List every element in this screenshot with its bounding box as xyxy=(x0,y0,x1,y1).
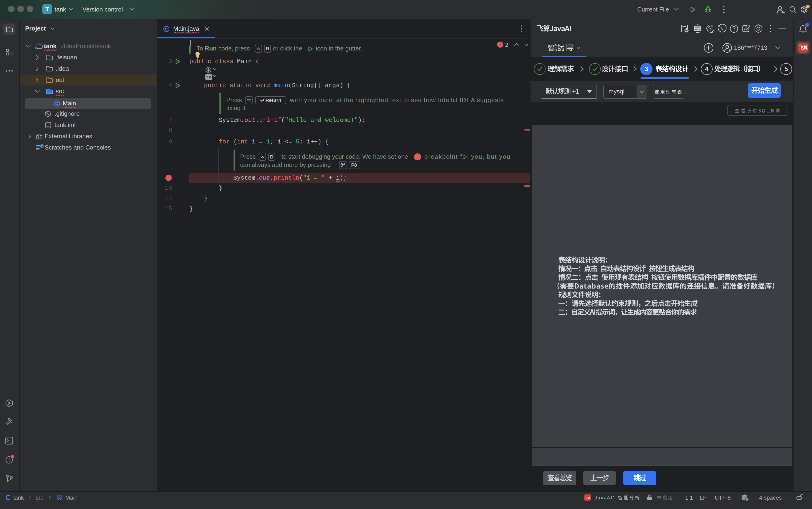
svg-text:C: C xyxy=(58,496,61,500)
svg-text:MCP: MCP xyxy=(695,28,700,31)
svg-text:C: C xyxy=(56,101,58,106)
svg-text:C: C xyxy=(165,27,168,31)
